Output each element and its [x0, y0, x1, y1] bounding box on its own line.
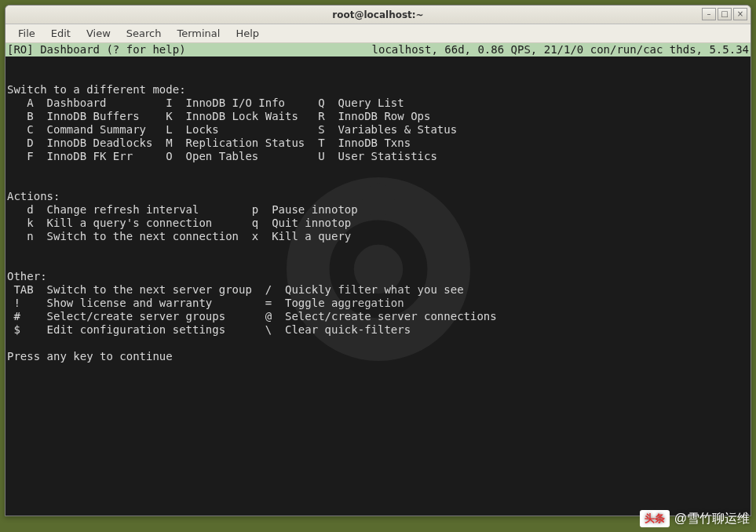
minimize-button[interactable]: –: [702, 8, 716, 20]
menu-terminal[interactable]: Terminal: [169, 26, 228, 41]
list-item: B InnoDB Buffers K InnoDB Lock Waits R I…: [7, 110, 749, 123]
menu-file[interactable]: File: [10, 26, 43, 41]
attribution-text: @雪竹聊运维: [674, 511, 750, 527]
maximize-button[interactable]: □: [718, 8, 732, 20]
other-list: TAB Switch to the next server group / Qu…: [7, 283, 749, 337]
list-item: # Select/create server groups @ Select/c…: [7, 310, 749, 323]
window-controls: – □ ×: [702, 8, 747, 20]
blank-line: [7, 177, 13, 189]
status-left: [RO] Dashboard (? for help): [7, 43, 186, 56]
menu-help[interactable]: Help: [228, 26, 267, 41]
actions-list: d Change refresh interval p Pause innoto…: [7, 203, 749, 243]
actions-title: Actions:: [7, 190, 60, 202]
list-item: ! Show license and warranty = Toggle agg…: [7, 297, 749, 310]
modes-title: Switch to a different mode:: [7, 83, 186, 96]
attribution-badge: 头条: [640, 510, 670, 527]
menu-view[interactable]: View: [79, 26, 119, 41]
other-title: Other:: [7, 270, 47, 282]
list-item: F InnoDB FK Err O Open Tables U User Sta…: [7, 150, 749, 163]
list-item: A Dashboard I InnoDB I/O Info Q Query Li…: [7, 97, 749, 110]
modes-list: A Dashboard I InnoDB I/O Info Q Query Li…: [7, 97, 749, 163]
titlebar: root@localhost:~ – □ ×: [5, 5, 751, 24]
window-title: root@localhost:~: [332, 9, 423, 20]
close-button[interactable]: ×: [733, 8, 747, 20]
terminal-content: Switch to a different mode: A Dashboard …: [5, 56, 751, 377]
list-item: D InnoDB Deadlocks M Replication Status …: [7, 137, 749, 150]
list-item: n Switch to the next connection x Kill a…: [7, 230, 749, 243]
list-item: d Change refresh interval p Pause innoto…: [7, 203, 749, 217]
menu-search[interactable]: Search: [119, 26, 170, 41]
status-right: localhost, 66d, 0.86 QPS, 21/1/0 con/run…: [372, 43, 749, 56]
status-line: [RO] Dashboard (? for help) localhost, 6…: [5, 43, 751, 56]
blank-line: [7, 70, 13, 82]
menu-edit[interactable]: Edit: [43, 26, 79, 41]
blank-line: [7, 257, 13, 269]
continue-prompt: Press any key to continue: [7, 350, 173, 363]
list-item: C Command Summary L Locks S Variables & …: [7, 123, 749, 137]
menubar: File Edit View Search Terminal Help: [5, 24, 751, 43]
terminal-viewport[interactable]: [RO] Dashboard (? for help) localhost, 6…: [5, 43, 751, 516]
list-item: TAB Switch to the next server group / Qu…: [7, 283, 749, 297]
list-item: $ Edit configuration settings \ Clear qu…: [7, 323, 749, 337]
terminal-window: root@localhost:~ – □ × File Edit View Se…: [5, 5, 751, 516]
attribution: 头条 @雪竹聊运维: [640, 510, 750, 527]
list-item: k Kill a query's connection q Quit innot…: [7, 217, 749, 230]
